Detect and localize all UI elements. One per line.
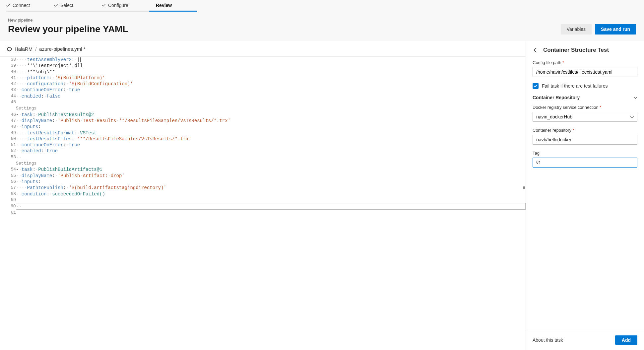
- breadcrumb-separator: /: [35, 46, 36, 52]
- code-line[interactable]: ····platform:·'$(BuildPlatform)': [16, 75, 526, 81]
- line-number: 52: [0, 148, 16, 154]
- line-number: 42: [0, 81, 16, 87]
- fail-task-label: Fail task if there are test failures: [542, 83, 608, 89]
- code-line[interactable]: ··condition:·succeededOrFailed(): [16, 191, 526, 197]
- code-line[interactable]: ····configuration:·'$(BuildConfiguration…: [16, 81, 526, 87]
- line-number: 39: [0, 63, 16, 69]
- code-line[interactable]: ··: [16, 154, 526, 160]
- task-assistant-panel: Container Structure Test Config file pat…: [526, 41, 644, 350]
- code-line[interactable]: ····testResultsFiles:·'**/ResultsFileSam…: [16, 136, 526, 142]
- panel-title: Container Structure Test: [543, 47, 609, 53]
- fail-task-checkbox-row[interactable]: Fail task if there are test failures: [533, 83, 637, 89]
- line-number: 43: [0, 87, 16, 93]
- code-line[interactable]: -·task:·PublishTestResults@2: [16, 112, 526, 118]
- header-eyebrow: New pipeline: [8, 18, 128, 23]
- back-icon[interactable]: [533, 47, 539, 53]
- line-number: 49: [0, 130, 16, 136]
- save-and-run-button[interactable]: Save and run: [595, 24, 636, 35]
- line-number: 57: [0, 185, 16, 191]
- line-number: 46: [0, 112, 16, 118]
- config-file-label: Config file path *: [533, 60, 637, 65]
- line-number: 60: [0, 203, 16, 210]
- line-number: 40: [0, 69, 16, 75]
- code-lens-settings[interactable]: Settings: [16, 161, 36, 166]
- container-repository-input[interactable]: [533, 135, 637, 145]
- code-line[interactable]: ··displayName:·'Publish·Test·Results·**/…: [16, 118, 526, 124]
- breadcrumb: HalaRM / azure-pipelines.yml *: [0, 41, 526, 57]
- breadcrumb-repo[interactable]: HalaRM: [15, 46, 32, 52]
- code-line[interactable]: ··enabled:·true: [16, 148, 526, 154]
- docker-connection-label: Docker registry service connection *: [533, 105, 637, 110]
- tag-label: Tag: [533, 151, 637, 156]
- editor-pane: HalaRM / azure-pipelines.yml * 38····tes…: [0, 41, 526, 350]
- check-icon: [101, 3, 106, 8]
- code-line[interactable]: [16, 99, 526, 105]
- code-line[interactable]: ····testAssemblyVer2:·|: [16, 57, 526, 63]
- line-number: 55: [0, 173, 16, 179]
- variables-button[interactable]: Variables: [561, 24, 592, 35]
- check-icon: [6, 3, 11, 8]
- line-number: 45: [0, 99, 16, 105]
- breadcrumb-file: azure-pipelines.yml *: [39, 46, 85, 52]
- tag-input[interactable]: [533, 158, 637, 168]
- check-icon: [54, 3, 58, 8]
- container-repository-section[interactable]: Container Repository: [533, 95, 637, 100]
- line-number: 59: [0, 197, 16, 203]
- code-lens-settings[interactable]: Settings: [16, 106, 36, 111]
- code-line[interactable]: -·task:·PublishBuildArtifacts@1: [16, 167, 526, 173]
- wizard-step-configure[interactable]: Configure: [101, 0, 149, 12]
- add-button[interactable]: Add: [615, 335, 637, 345]
- code-line[interactable]: ··displayName:·'Publish·Artifact:·drop': [16, 173, 526, 179]
- minimap-scrubber[interactable]: [523, 57, 526, 350]
- line-number: 38: [0, 57, 16, 63]
- checkbox-checked-icon[interactable]: [533, 83, 539, 89]
- line-number: 44: [0, 93, 16, 99]
- line-number: 53: [0, 154, 16, 160]
- line-number: 47: [0, 118, 16, 124]
- code-line[interactable]: ····PathtoPublish:·'$(build.artifactstag…: [16, 185, 526, 191]
- code-line[interactable]: [16, 210, 526, 216]
- line-number: 41: [0, 75, 16, 81]
- code-line[interactable]: ··: [16, 203, 526, 210]
- code-line[interactable]: ··continueOnError:·true: [16, 87, 526, 93]
- wizard-steps: ConnectSelectConfigureReview: [0, 0, 644, 12]
- wizard-step-connect[interactable]: Connect: [6, 0, 54, 12]
- page-header: New pipeline Review your pipeline YAML V…: [0, 12, 644, 41]
- wizard-step-review[interactable]: Review: [149, 0, 197, 12]
- repo-icon: [7, 46, 12, 52]
- line-number: 51: [0, 142, 16, 148]
- code-line[interactable]: ··enabled:·false: [16, 93, 526, 99]
- code-line[interactable]: ····**\*TestProject*.dll: [16, 63, 526, 69]
- docker-connection-select[interactable]: [533, 112, 637, 122]
- line-number: 54: [0, 167, 16, 173]
- code-line[interactable]: ····!**\obj\**: [16, 69, 526, 75]
- line-number: 48: [0, 124, 16, 130]
- code-line[interactable]: ··inputs:: [16, 124, 526, 130]
- code-line[interactable]: [16, 197, 526, 203]
- page-title: Review your pipeline YAML: [8, 24, 128, 35]
- code-line[interactable]: ··inputs:: [16, 179, 526, 185]
- code-line[interactable]: ····testResultsFormat:·VSTest: [16, 130, 526, 136]
- chevron-down-icon: [633, 96, 637, 100]
- wizard-step-select[interactable]: Select: [54, 0, 101, 12]
- line-number: 50: [0, 136, 16, 142]
- line-number: 58: [0, 191, 16, 197]
- config-file-input[interactable]: [533, 67, 637, 77]
- container-repository-label: Container repository *: [533, 128, 637, 133]
- code-line[interactable]: ··continueOnError:·true: [16, 142, 526, 148]
- line-number: 61: [0, 210, 16, 216]
- line-number: 56: [0, 179, 16, 185]
- about-task-link[interactable]: About this task: [533, 337, 563, 343]
- code-editor[interactable]: 38····testAssemblyVer2:·|39····**\*TestP…: [0, 57, 526, 350]
